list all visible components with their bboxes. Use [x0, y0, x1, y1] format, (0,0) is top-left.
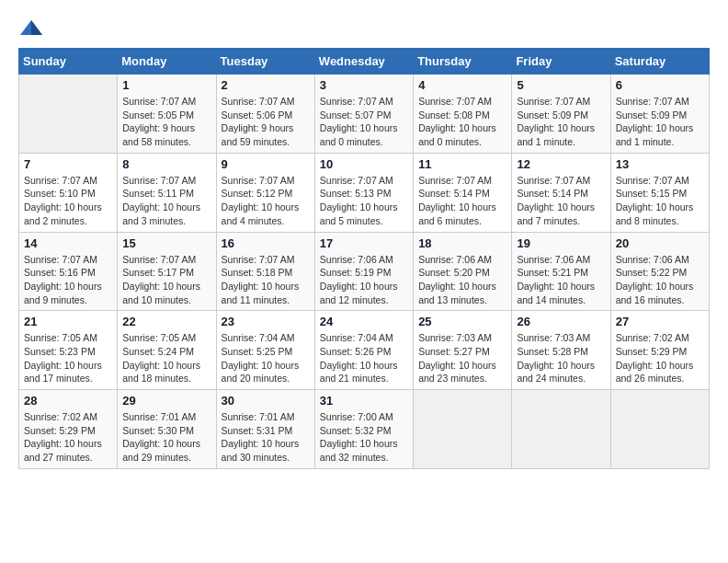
calendar-cell: 4Sunrise: 7:07 AMSunset: 5:08 PMDaylight…	[414, 75, 512, 154]
page-header	[18, 18, 710, 39]
calendar-cell: 22Sunrise: 7:05 AMSunset: 5:24 PMDayligh…	[118, 311, 216, 390]
day-info: Sunrise: 7:01 AMSunset: 5:31 PMDaylight:…	[222, 410, 310, 465]
day-number: 15	[122, 236, 210, 250]
day-number: 5	[517, 78, 605, 92]
day-info: Sunrise: 7:04 AMSunset: 5:26 PMDaylight:…	[320, 331, 408, 385]
calendar-cell: 15Sunrise: 7:07 AMSunset: 5:17 PMDayligh…	[118, 232, 216, 311]
day-info: Sunrise: 7:07 AMSunset: 5:09 PMDaylight:…	[517, 95, 605, 149]
day-number: 11	[418, 157, 506, 171]
day-info: Sunrise: 7:07 AMSunset: 5:15 PMDaylight:…	[616, 174, 704, 228]
day-info: Sunrise: 7:03 AMSunset: 5:28 PMDaylight:…	[517, 331, 605, 385]
weekday-header: Wednesday	[314, 49, 413, 75]
calendar-cell: 10Sunrise: 7:07 AMSunset: 5:13 PMDayligh…	[314, 153, 413, 232]
day-number: 22	[122, 315, 210, 328]
day-number: 17	[320, 236, 408, 250]
calendar-week-row: 28Sunrise: 7:02 AMSunset: 5:29 PMDayligh…	[19, 390, 710, 469]
day-info: Sunrise: 7:07 AMSunset: 5:14 PMDaylight:…	[418, 174, 506, 228]
day-number: 24	[320, 315, 408, 328]
day-info: Sunrise: 7:07 AMSunset: 5:17 PMDaylight:…	[122, 253, 210, 307]
day-number: 16	[222, 236, 310, 250]
weekday-header-row: SundayMondayTuesdayWednesdayThursdayFrid…	[19, 49, 710, 75]
calendar-cell: 18Sunrise: 7:06 AMSunset: 5:20 PMDayligh…	[414, 232, 512, 311]
weekday-header: Monday	[118, 49, 216, 75]
calendar-cell: 8Sunrise: 7:07 AMSunset: 5:11 PMDaylight…	[118, 153, 216, 232]
day-info: Sunrise: 7:05 AMSunset: 5:24 PMDaylight:…	[122, 331, 210, 385]
day-number: 26	[517, 315, 605, 328]
weekday-header: Thursday	[414, 49, 512, 75]
day-info: Sunrise: 7:02 AMSunset: 5:29 PMDaylight:…	[24, 410, 112, 465]
day-number: 29	[122, 394, 210, 408]
weekday-header: Saturday	[610, 49, 709, 75]
calendar-cell: 17Sunrise: 7:06 AMSunset: 5:19 PMDayligh…	[314, 232, 413, 311]
day-info: Sunrise: 7:00 AMSunset: 5:32 PMDaylight:…	[320, 410, 408, 465]
calendar-cell: 14Sunrise: 7:07 AMSunset: 5:16 PMDayligh…	[19, 232, 118, 311]
calendar-cell	[610, 390, 709, 469]
calendar-cell: 31Sunrise: 7:00 AMSunset: 5:32 PMDayligh…	[314, 390, 413, 469]
day-info: Sunrise: 7:07 AMSunset: 5:08 PMDaylight:…	[418, 95, 506, 149]
calendar-cell: 13Sunrise: 7:07 AMSunset: 5:15 PMDayligh…	[610, 153, 709, 232]
day-number: 6	[616, 78, 704, 92]
day-number: 2	[222, 78, 310, 92]
calendar-cell: 28Sunrise: 7:02 AMSunset: 5:29 PMDayligh…	[19, 390, 118, 469]
day-info: Sunrise: 7:06 AMSunset: 5:20 PMDaylight:…	[418, 253, 506, 307]
calendar-cell: 9Sunrise: 7:07 AMSunset: 5:12 PMDaylight…	[216, 153, 314, 232]
calendar-week-row: 21Sunrise: 7:05 AMSunset: 5:23 PMDayligh…	[19, 311, 710, 390]
day-number: 14	[24, 236, 112, 250]
calendar-cell: 25Sunrise: 7:03 AMSunset: 5:27 PMDayligh…	[414, 311, 512, 390]
calendar-cell: 21Sunrise: 7:05 AMSunset: 5:23 PMDayligh…	[19, 311, 118, 390]
day-info: Sunrise: 7:01 AMSunset: 5:30 PMDaylight:…	[122, 410, 210, 465]
day-info: Sunrise: 7:06 AMSunset: 5:21 PMDaylight:…	[517, 253, 605, 307]
day-number: 3	[320, 78, 408, 92]
calendar-cell: 7Sunrise: 7:07 AMSunset: 5:10 PMDaylight…	[19, 153, 118, 232]
day-number: 23	[222, 315, 310, 328]
calendar-cell	[19, 75, 118, 154]
day-info: Sunrise: 7:07 AMSunset: 5:10 PMDaylight:…	[24, 174, 112, 228]
calendar-cell: 20Sunrise: 7:06 AMSunset: 5:22 PMDayligh…	[610, 232, 709, 311]
day-number: 19	[517, 236, 605, 250]
day-info: Sunrise: 7:06 AMSunset: 5:22 PMDaylight:…	[616, 253, 704, 307]
day-info: Sunrise: 7:07 AMSunset: 5:18 PMDaylight:…	[222, 253, 310, 307]
day-info: Sunrise: 7:07 AMSunset: 5:07 PMDaylight:…	[320, 95, 408, 149]
day-number: 12	[517, 157, 605, 171]
calendar-cell	[512, 390, 610, 469]
calendar-table: SundayMondayTuesdayWednesdayThursdayFrid…	[18, 48, 710, 469]
day-info: Sunrise: 7:07 AMSunset: 5:14 PMDaylight:…	[517, 174, 605, 228]
calendar-cell: 29Sunrise: 7:01 AMSunset: 5:30 PMDayligh…	[118, 390, 216, 469]
logo-icon	[18, 18, 44, 39]
day-info: Sunrise: 7:04 AMSunset: 5:25 PMDaylight:…	[222, 331, 310, 385]
day-info: Sunrise: 7:07 AMSunset: 5:09 PMDaylight:…	[616, 95, 704, 149]
calendar-cell: 12Sunrise: 7:07 AMSunset: 5:14 PMDayligh…	[512, 153, 610, 232]
calendar-cell: 2Sunrise: 7:07 AMSunset: 5:06 PMDaylight…	[216, 75, 314, 154]
calendar-cell: 16Sunrise: 7:07 AMSunset: 5:18 PMDayligh…	[216, 232, 314, 311]
day-info: Sunrise: 7:07 AMSunset: 5:12 PMDaylight:…	[222, 174, 310, 228]
weekday-header: Tuesday	[216, 49, 314, 75]
day-number: 21	[24, 315, 112, 328]
day-info: Sunrise: 7:07 AMSunset: 5:13 PMDaylight:…	[320, 174, 408, 228]
calendar-cell: 27Sunrise: 7:02 AMSunset: 5:29 PMDayligh…	[610, 311, 709, 390]
day-number: 25	[418, 315, 506, 328]
calendar-cell: 23Sunrise: 7:04 AMSunset: 5:25 PMDayligh…	[216, 311, 314, 390]
day-number: 13	[616, 157, 704, 171]
day-number: 4	[418, 78, 506, 92]
logo	[18, 18, 46, 39]
calendar-cell: 3Sunrise: 7:07 AMSunset: 5:07 PMDaylight…	[314, 75, 413, 154]
calendar-cell: 1Sunrise: 7:07 AMSunset: 5:05 PMDaylight…	[118, 75, 216, 154]
day-info: Sunrise: 7:07 AMSunset: 5:05 PMDaylight:…	[122, 95, 210, 149]
day-info: Sunrise: 7:07 AMSunset: 5:06 PMDaylight:…	[222, 95, 310, 149]
day-info: Sunrise: 7:07 AMSunset: 5:11 PMDaylight:…	[122, 174, 210, 228]
day-number: 18	[418, 236, 506, 250]
calendar-week-row: 7Sunrise: 7:07 AMSunset: 5:10 PMDaylight…	[19, 153, 710, 232]
day-info: Sunrise: 7:03 AMSunset: 5:27 PMDaylight:…	[418, 331, 506, 385]
calendar-cell: 5Sunrise: 7:07 AMSunset: 5:09 PMDaylight…	[512, 75, 610, 154]
day-number: 27	[616, 315, 704, 328]
day-info: Sunrise: 7:05 AMSunset: 5:23 PMDaylight:…	[24, 331, 112, 385]
calendar-cell: 24Sunrise: 7:04 AMSunset: 5:26 PMDayligh…	[314, 311, 413, 390]
day-number: 8	[122, 157, 210, 171]
day-number: 20	[616, 236, 704, 250]
calendar-cell: 6Sunrise: 7:07 AMSunset: 5:09 PMDaylight…	[610, 75, 709, 154]
calendar-cell: 11Sunrise: 7:07 AMSunset: 5:14 PMDayligh…	[414, 153, 512, 232]
calendar-cell: 26Sunrise: 7:03 AMSunset: 5:28 PMDayligh…	[512, 311, 610, 390]
day-number: 1	[122, 78, 210, 92]
calendar-cell	[414, 390, 512, 469]
day-info: Sunrise: 7:02 AMSunset: 5:29 PMDaylight:…	[616, 331, 704, 385]
